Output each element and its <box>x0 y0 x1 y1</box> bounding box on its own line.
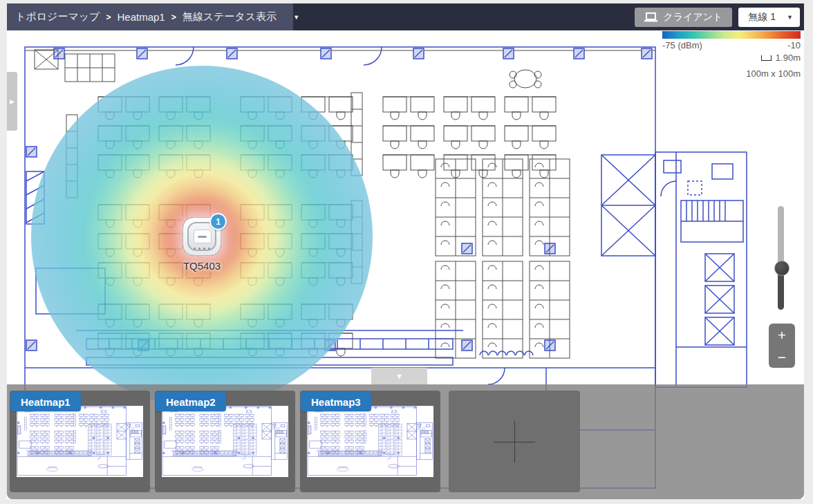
map-size: 100m x 100m <box>746 68 801 79</box>
side-panel-expand-tab[interactable]: ▶ <box>7 72 17 131</box>
breadcrumb-separator: > <box>171 12 176 22</box>
floor-map-canvas[interactable]: 1 TQ5403 -75 (dBm) -10 1.90m 100m x 100m… <box>7 30 804 499</box>
zoom-in-button[interactable]: + <box>769 324 795 346</box>
legend-labels: -75 (dBm) -10 <box>662 40 801 50</box>
slider-track-upper[interactable] <box>778 206 784 268</box>
thumbnail-image <box>17 406 143 477</box>
breadcrumb-display-mode[interactable]: 無線ステータス表示 <box>183 10 277 24</box>
zoom-out-button[interactable]: − <box>769 346 795 368</box>
client-button[interactable]: クライアント <box>635 8 732 27</box>
thumbnail-panel: Heatmap1 Heatmap2 Heatmap3 <box>7 384 804 499</box>
legend-max-label: -10 <box>787 40 801 50</box>
radio-select[interactable]: 無線 1 ▼ <box>738 8 800 27</box>
collapse-arrow-icon: ▼ <box>395 372 403 380</box>
client-count-badge[interactable]: 1 <box>209 213 227 230</box>
scale-bracket-icon <box>761 55 772 61</box>
slider-knob[interactable] <box>774 261 789 276</box>
breadcrumb-separator: > <box>106 12 111 22</box>
radio-select-value: 無線 1 <box>748 11 776 24</box>
thumbnail-image <box>307 406 433 477</box>
top-bar: トポロジーマップ > Heatmap1 > 無線ステータス表示 ▼ クライアント… <box>7 3 804 30</box>
breadcrumb-topology-map[interactable]: トポロジーマップ <box>15 10 100 24</box>
thumbnail-panel-collapse-handle[interactable]: ▼ <box>371 368 427 384</box>
thumbnail-label: Heatmap2 <box>156 392 226 411</box>
thumbnail-image <box>162 406 288 477</box>
add-heatmap-tile[interactable] <box>449 391 580 492</box>
thumbnail-heatmap2[interactable]: Heatmap2 <box>155 391 295 492</box>
access-point-name: TQ5403 <box>183 260 221 272</box>
expand-arrow-icon: ▶ <box>10 98 15 105</box>
thumbnail-label: Heatmap1 <box>10 392 81 411</box>
add-heatmap-icon <box>494 421 535 463</box>
zoom-controls: + − <box>769 324 795 368</box>
breadcrumb: トポロジーマップ > Heatmap1 > 無線ステータス表示 ▼ <box>7 3 293 30</box>
thumbnail-heatmap3[interactable]: Heatmap3 <box>300 391 440 492</box>
access-point[interactable]: 1 TQ5403 <box>183 217 221 256</box>
legend-min-label: -75 (dBm) <box>662 40 702 50</box>
laptop-icon <box>644 12 657 22</box>
grid-scale: 1.90m <box>761 53 801 63</box>
radio-select-caret-icon: ▼ <box>787 14 793 21</box>
zoom-slider[interactable] <box>778 206 784 310</box>
thumbnail-label: Heatmap3 <box>301 392 371 411</box>
thumbnail-heatmap1[interactable]: Heatmap1 <box>10 391 150 492</box>
legend-gradient-bar <box>662 31 801 39</box>
top-bar-actions: クライアント 無線 1 ▼ <box>293 3 804 30</box>
grid-scale-label: 1.90m <box>776 53 801 63</box>
client-button-label: クライアント <box>663 11 722 24</box>
map-size-label: 100m x 100m <box>746 68 801 79</box>
breadcrumb-heatmap1[interactable]: Heatmap1 <box>117 11 165 23</box>
heatmap-window: トポロジーマップ > Heatmap1 > 無線ステータス表示 ▼ クライアント… <box>0 0 813 504</box>
